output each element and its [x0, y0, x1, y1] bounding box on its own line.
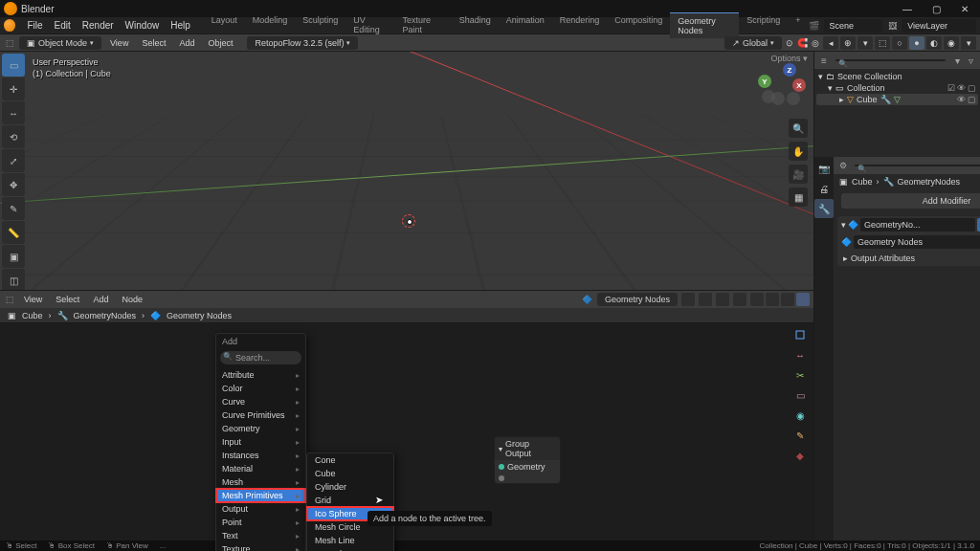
- snap-button[interactable]: [750, 293, 764, 306]
- matprev-shading[interactable]: ◐: [926, 36, 942, 50]
- add-menu-search[interactable]: Search...: [220, 351, 301, 364]
- move-tool[interactable]: ↔: [2, 101, 25, 124]
- measure-tool[interactable]: 📏: [2, 221, 25, 244]
- add-menu-item[interactable]: Output▸: [216, 502, 305, 516]
- rendered-shading[interactable]: ◉: [944, 36, 959, 50]
- unlink-button[interactable]: [733, 293, 746, 306]
- viewport-menu-select[interactable]: Select: [137, 37, 170, 49]
- submenu-item[interactable]: Cone: [307, 453, 393, 467]
- node-menu-view[interactable]: View: [19, 294, 47, 305]
- zoom-button[interactable]: 🔍: [789, 119, 808, 138]
- gizmo-toggle[interactable]: ◂: [823, 36, 838, 50]
- viewport-menu-add[interactable]: Add: [174, 37, 199, 49]
- filter-icon[interactable]: ▾: [951, 55, 963, 66]
- menu-render[interactable]: Render: [77, 18, 120, 33]
- modifier-name-field[interactable]: [860, 218, 975, 231]
- viewport-menu-view[interactable]: View: [105, 37, 133, 49]
- add-menu-item[interactable]: Text▸: [216, 529, 305, 542]
- socket-dot[interactable]: [499, 475, 504, 481]
- close-button[interactable]: ✕: [953, 2, 976, 15]
- sidebar-toggle[interactable]: [796, 293, 810, 306]
- output-attributes[interactable]: ▸Output Attributes: [837, 251, 980, 266]
- group-output-node[interactable]: Group Output Geometry: [494, 436, 561, 484]
- rotate-tool[interactable]: ⟲: [2, 125, 25, 148]
- nav-gizmo[interactable]: Z X Y: [756, 61, 802, 107]
- submenu-item[interactable]: Cube: [307, 467, 393, 480]
- new-collection-icon[interactable]: ▿: [965, 55, 976, 66]
- add-menu-item[interactable]: Attribute▸: [216, 368, 305, 382]
- add-menu-item[interactable]: Point▸: [216, 516, 305, 529]
- shading-dd[interactable]: ▾: [961, 36, 976, 50]
- tab-sculpting[interactable]: Sculpting: [295, 12, 345, 38]
- tab-add-workspace[interactable]: +: [788, 12, 808, 38]
- node-menu-add[interactable]: Add: [88, 294, 113, 305]
- tab-compositing[interactable]: Compositing: [607, 12, 670, 38]
- add-modifier-button[interactable]: Add Modifier: [841, 193, 980, 209]
- socket-dot[interactable]: [499, 464, 504, 470]
- viewport-icon[interactable]: ▢: [968, 83, 976, 93]
- reroute-tool[interactable]: ◉: [791, 406, 810, 425]
- collection-row[interactable]: ▾▭ Collection ☑👁▢: [816, 82, 978, 94]
- eye-icon[interactable]: 👁: [957, 95, 966, 104]
- add-menu-item[interactable]: Curve Primitives▸: [216, 408, 305, 422]
- submenu-item[interactable]: Grid: [307, 494, 393, 507]
- add-menu-item[interactable]: Mesh▸: [216, 475, 305, 489]
- minimize-button[interactable]: —: [896, 2, 919, 15]
- menu-window[interactable]: Window: [120, 18, 166, 33]
- submenu-item[interactable]: UV Sphere: [307, 547, 393, 551]
- 3d-viewport[interactable]: User Perspective (1) Collection | Cube O…: [0, 52, 813, 290]
- menu-help[interactable]: Help: [165, 18, 196, 33]
- add-menu-item[interactable]: Color▸: [216, 382, 305, 395]
- scene-collection-row[interactable]: ▾🗀 Scene Collection: [816, 71, 978, 82]
- editor-type-icon[interactable]: ⬚: [4, 294, 15, 305]
- transform-tool[interactable]: ✥: [2, 173, 25, 196]
- links-cut-tool[interactable]: ✂: [791, 365, 810, 385]
- shield-button[interactable]: [716, 293, 729, 306]
- node-tree-name[interactable]: Geometry Nodes: [597, 293, 678, 306]
- tab-uv-editing[interactable]: UV Editing: [345, 12, 394, 38]
- submenu-item[interactable]: Cylinder: [307, 480, 393, 494]
- tab-modifiers[interactable]: 🔧: [814, 199, 834, 218]
- menu-file[interactable]: File: [21, 18, 48, 33]
- node-menu-select[interactable]: Select: [51, 294, 84, 305]
- scale-tool[interactable]: ⤢: [2, 149, 25, 172]
- proportional-button[interactable]: ◎: [812, 38, 819, 48]
- viewport-icon[interactable]: ▢: [968, 95, 976, 104]
- mode-selector[interactable]: ▣ Object Mode ▾: [19, 36, 101, 50]
- overlay-dd[interactable]: ▾: [858, 36, 873, 50]
- menu-edit[interactable]: Edit: [49, 18, 77, 33]
- add-menu-item[interactable]: Mesh Primitives▸: [216, 489, 305, 502]
- solid-shading[interactable]: ●: [909, 36, 924, 50]
- tab-output[interactable]: 🖨: [814, 179, 834, 198]
- add-cube-tool[interactable]: ▣: [2, 245, 25, 268]
- select-tool[interactable]: ▭: [2, 54, 25, 77]
- add-menu-item[interactable]: Texture▸: [216, 542, 305, 551]
- add-menu-item[interactable]: Geometry▸: [216, 422, 305, 435]
- tab-shading[interactable]: Shading: [452, 12, 499, 38]
- add-menu-item[interactable]: Curve▸: [216, 395, 305, 408]
- tab-scripting[interactable]: Scripting: [739, 12, 788, 38]
- retopoflow-dropdown[interactable]: RetopoFlow 3.2.5 (self) ▾: [247, 36, 358, 50]
- blender-logo[interactable]: [4, 19, 15, 32]
- node-menu-node[interactable]: Node: [117, 294, 147, 305]
- camera-view-button[interactable]: 🎥: [789, 165, 808, 184]
- eye-icon[interactable]: 👁: [957, 83, 966, 93]
- select-tool[interactable]: [791, 325, 810, 344]
- editor-type-icon[interactable]: ≡: [818, 55, 830, 66]
- cursor-tool[interactable]: ✛: [2, 77, 25, 100]
- editor-type-icon[interactable]: ⬚: [4, 37, 15, 49]
- cube-row[interactable]: ▸▽ Cube 🔧 ▽ 👁▢: [816, 94, 978, 105]
- node-group-field[interactable]: [854, 235, 980, 249]
- maximize-button[interactable]: ▢: [924, 2, 947, 15]
- submenu-item[interactable]: Mesh Line: [307, 534, 393, 547]
- extra-tool[interactable]: ◆: [791, 446, 810, 465]
- snap-button[interactable]: 🧲: [797, 38, 808, 48]
- pan-button[interactable]: ✋: [789, 142, 808, 161]
- tab-layout[interactable]: Layout: [204, 12, 245, 38]
- add-menu-item[interactable]: Instances▸: [216, 449, 305, 462]
- viewlayer-selector[interactable]: ViewLayer: [902, 19, 976, 33]
- frame-tool[interactable]: ▭: [791, 386, 810, 405]
- overlay-button[interactable]: [766, 293, 779, 306]
- move-tool[interactable]: ↔: [791, 345, 810, 364]
- editor-type-icon[interactable]: ⚙: [837, 160, 849, 171]
